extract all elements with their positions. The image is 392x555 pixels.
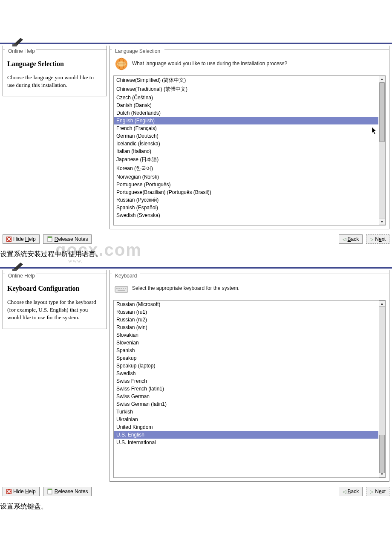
keyboard-legend: Keyboard — [113, 273, 138, 279]
online-help-legend: Online Help — [6, 273, 37, 279]
list-item[interactable]: Russian (Русский) — [114, 196, 378, 204]
list-item[interactable]: Speakup (laptop) — [114, 362, 378, 370]
next-arrow-icon: ▷ — [370, 237, 373, 242]
language-selection-panel: Language Selection What language would y… — [110, 46, 389, 229]
list-item[interactable]: Danish (Dansk) — [114, 101, 378, 109]
scroll-thumb[interactable] — [379, 435, 385, 473]
svg-rect-13 — [125, 288, 126, 289]
language-selection-legend: Language Selection — [113, 48, 162, 54]
online-help-panel: Online Help Keyboard Configuration Choos… — [3, 270, 107, 329]
list-item[interactable]: Russian (win) — [114, 324, 378, 331]
list-item[interactable]: Spanish — [114, 347, 378, 354]
list-item[interactable]: Italian (Italiano) — [114, 147, 378, 155]
notes-icon — [47, 489, 53, 494]
scroll-track[interactable] — [379, 82, 385, 219]
list-item[interactable]: United Kingdom — [114, 423, 378, 431]
svg-rect-12 — [123, 288, 124, 289]
list-item[interactable]: U.S. International — [114, 439, 378, 446]
hide-help-button[interactable]: Hide Help — [3, 234, 40, 244]
back-button[interactable]: ◁ Back — [339, 234, 363, 244]
list-item[interactable]: Portuguese (Português) — [114, 181, 378, 188]
keyboard-panel: Keyboard Select the appropriate keyboard… — [110, 270, 389, 482]
close-icon — [6, 489, 12, 494]
list-item[interactable]: Swiss German (latin1) — [114, 400, 378, 408]
close-icon — [6, 237, 12, 242]
language-selection-window: Online Help Language Selection Choose th… — [0, 43, 392, 246]
keyboard-prompt: Select the appropriate keyboard for the … — [132, 285, 239, 292]
list-item[interactable]: Dutch (Nederlands) — [114, 109, 378, 117]
list-item[interactable]: Spanish (Español) — [114, 204, 378, 211]
list-item[interactable]: Czech (Čeština) — [114, 94, 378, 101]
svg-rect-11 — [121, 288, 122, 289]
svg-rect-14 — [118, 290, 125, 291]
scroll-down-button[interactable]: ▼ — [379, 219, 385, 225]
next-button[interactable]: ▷ Next — [366, 234, 389, 244]
list-item[interactable]: Swedish (Svenska) — [114, 211, 378, 219]
list-item[interactable]: Icelandic (Íslenska) — [114, 140, 378, 147]
list-item[interactable]: Norwegian (Norsk) — [114, 173, 378, 181]
list-item[interactable]: French (Français) — [114, 124, 378, 132]
scroll-up-button[interactable]: ▲ — [379, 301, 385, 307]
scroll-up-button[interactable]: ▲ — [379, 76, 385, 82]
svg-rect-9 — [116, 288, 118, 289]
list-item[interactable]: U.S. English — [114, 431, 378, 439]
list-item[interactable]: Russian (Microsoft) — [114, 301, 378, 308]
scrollbar[interactable]: ▲ ▼ — [379, 301, 385, 477]
list-item[interactable]: Swiss German — [114, 393, 378, 400]
list-item[interactable]: Slovakian — [114, 331, 378, 339]
list-item[interactable]: Swedish — [114, 370, 378, 377]
next-arrow-icon: ▷ — [370, 489, 373, 494]
list-item[interactable]: Turkish — [114, 408, 378, 416]
help-body: Choose the language you would like to us… — [7, 74, 102, 89]
watermark-sub: www. — [68, 257, 83, 264]
release-notes-button[interactable]: Release Notes — [43, 234, 92, 244]
hide-help-button[interactable]: Hide Help — [3, 487, 40, 496]
keyboard-icon — [114, 281, 129, 296]
list-item[interactable]: Ukrainian — [114, 416, 378, 423]
globe-icon — [114, 57, 129, 71]
keyboard-listbox[interactable]: Russian (Microsoft)Russian (ru1)Russian … — [113, 300, 386, 478]
list-item[interactable]: Swiss French — [114, 377, 378, 385]
online-help-panel: Online Help Language Selection Choose th… — [3, 46, 107, 96]
back-button[interactable]: ◁ Back — [339, 487, 363, 496]
next-button[interactable]: ▷ Next — [366, 487, 389, 496]
help-title: Language Selection — [7, 60, 102, 68]
list-item[interactable]: Russian (ru1) — [114, 308, 378, 316]
help-body: Choose the layout type for the keyboard … — [7, 298, 102, 322]
back-arrow-icon: ◁ — [343, 237, 346, 242]
keyboard-caption: 设置系统键盘。 — [0, 502, 392, 511]
language-prompt: What language would you like to use duri… — [132, 61, 287, 67]
list-item[interactable]: Japanese (日本語) — [114, 155, 378, 164]
svg-rect-17 — [48, 489, 52, 490]
scroll-thumb[interactable] — [379, 82, 385, 142]
list-item[interactable]: Chinese(Traditional) (繁體中文) — [114, 85, 378, 94]
svg-rect-6 — [48, 237, 52, 238]
keyboard-config-window: Online Help Keyboard Configuration Choos… — [0, 267, 392, 499]
language-listbox[interactable]: Chinese(Simplified) (简体中文)Chinese(Tradit… — [113, 75, 386, 225]
list-item[interactable]: Portuguese(Brazilian) (Português (Brasil… — [114, 188, 378, 196]
release-notes-button[interactable]: Release Notes — [43, 487, 92, 496]
help-title: Keyboard Configuration — [7, 285, 102, 292]
notes-icon — [47, 236, 53, 242]
list-item[interactable]: Korean (한국어) — [114, 164, 378, 173]
scroll-track[interactable] — [379, 307, 385, 471]
list-item[interactable]: Slovenian — [114, 339, 378, 347]
list-item[interactable]: Swiss French (latin1) — [114, 385, 378, 393]
list-item[interactable]: Russian (ru2) — [114, 316, 378, 324]
list-item[interactable]: Speakup — [114, 354, 378, 362]
language-caption: 设置系统安装过程中所使用语言。 docx.com www. — [0, 250, 392, 259]
svg-rect-8 — [115, 286, 128, 292]
back-arrow-icon: ◁ — [343, 489, 346, 494]
list-item[interactable]: English (English) — [114, 117, 378, 124]
svg-rect-10 — [118, 288, 120, 289]
list-item[interactable]: German (Deutsch) — [114, 132, 378, 140]
list-item[interactable]: Chinese(Simplified) (简体中文) — [114, 76, 378, 85]
online-help-legend: Online Help — [6, 48, 37, 54]
scrollbar[interactable]: ▲ ▼ — [379, 76, 385, 225]
